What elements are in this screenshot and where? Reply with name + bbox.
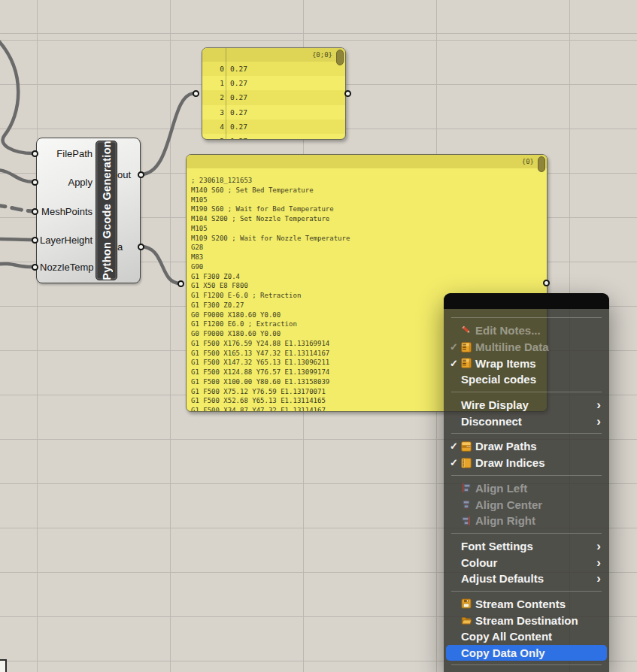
panel-data-row: 10.27 (202, 76, 345, 90)
checkmark-icon: ✓ (450, 341, 461, 353)
gcode-line: G28 (191, 243, 547, 253)
menu-item-label: Multiline Data (475, 341, 549, 353)
data-panel-small[interactable]: {0;0} 00.2710.2720.2730.2740.2750.27 (202, 47, 346, 140)
gcode-panel-scrollbar[interactable] (538, 156, 545, 172)
small-panel-index-divider (226, 48, 226, 139)
gcode-line: M105 (191, 224, 547, 234)
panel-data-row: 20.27 (202, 90, 345, 104)
row-index: 2 (202, 93, 227, 101)
menu-item-wrap-items[interactable]: ✓Wrap Items (444, 355, 609, 371)
gcode-line: M104 S200 ; Set Nozzle Temperature (191, 214, 547, 224)
input-connector-meshpoints[interactable] (32, 208, 38, 215)
align-center-icon (461, 499, 475, 510)
row-value: 0.27 (227, 108, 247, 117)
menu-item-label: Copy All Content (461, 630, 552, 643)
gcode-line: M140 S60 ; Set Bed Temperature (191, 186, 547, 195)
gcode-line: ; 230618_121653 (191, 176, 547, 186)
menu-item-copy-data-only[interactable]: Copy Data Only (446, 645, 607, 661)
menu-body: Edit Notes...✓Multiline Data✓Wrap ItemsS… (444, 317, 609, 665)
panel-data-row: 30.27 (202, 105, 345, 120)
input-label-layerheight: LayerHeight (40, 235, 93, 246)
menu-separator (451, 591, 602, 592)
small-panel-scrollbar[interactable] (336, 50, 344, 65)
menu-item-label: Align Center (475, 498, 542, 511)
output-connector-a[interactable] (138, 244, 144, 250)
gcode-line: M109 S200 ; Wait for Nozzle Temperature (191, 234, 547, 244)
small-panel-rows: 00.2710.2720.2730.2740.2750.27 (202, 62, 345, 139)
grasshopper-canvas[interactable]: FilePathApplyMeshPointsLayerHeightNozzle… (0, 0, 637, 672)
wrap-items-icon (461, 358, 475, 368)
small-panel-input-connector[interactable] (193, 90, 199, 97)
menu-item-align-right: Align Right (444, 513, 609, 529)
input-connector-layerheight[interactable] (32, 237, 38, 244)
menu-item-disconnect[interactable]: Disconnect› (444, 413, 609, 429)
output-connector-out[interactable] (138, 171, 144, 178)
small-panel-path-label: {0;0} (312, 51, 332, 59)
row-index: 5 (202, 137, 227, 140)
menu-item-font-settings[interactable]: Font Settings› (444, 538, 609, 555)
gcode-panel-output-connector[interactable] (543, 280, 550, 286)
menu-item-special-codes[interactable]: Special codes (444, 371, 609, 388)
wire-layerheight[interactable] (0, 239, 33, 240)
input-label-meshpoints: MeshPoints (40, 206, 93, 217)
small-panel-header: {0;0} (202, 48, 345, 62)
output-label-a: a (117, 241, 123, 253)
menu-item-label: Edit Notes... (475, 324, 541, 337)
gcode-line: G90 (191, 262, 547, 272)
menu-item-label: Draw Paths (475, 440, 537, 453)
component-title-bar[interactable]: Python Gcode Generation (96, 141, 117, 280)
input-label-nozzletemp: NozzleTemp (40, 262, 93, 273)
menu-separator (451, 433, 602, 434)
wire-apply[interactable] (0, 170, 33, 182)
gcode-panel-input-connector[interactable] (177, 280, 184, 287)
row-value: 0.27 (227, 137, 247, 140)
gcode-panel-header: {0} (187, 155, 547, 168)
row-value: 0.27 (227, 79, 247, 87)
row-value: 0.27 (227, 93, 247, 101)
input-connector-nozzletemp[interactable] (32, 264, 38, 271)
menu-item-label: Font Settings (461, 540, 533, 552)
menu-item-align-center: Align Center (444, 496, 609, 513)
menu-item-label: Align Right (475, 514, 535, 527)
wire-meshpoints[interactable] (0, 205, 33, 211)
menu-item-stream-contents[interactable]: Stream Contents (444, 596, 609, 613)
menu-item-copy-all-content[interactable]: Copy All Content (444, 628, 609, 645)
row-index: 3 (202, 108, 227, 117)
gcode-panel-path-label: {0} (522, 158, 534, 165)
input-label-apply: Apply (40, 177, 93, 188)
wire-a-to-large-panel[interactable] (141, 247, 180, 283)
menu-item-adjust-defaults[interactable]: Adjust Defaults› (444, 571, 609, 587)
row-index: 0 (202, 65, 227, 73)
partial-component-fragment (0, 659, 7, 672)
wire-filepath[interactable] (0, 39, 33, 153)
row-index: 4 (202, 123, 227, 131)
checkmark-icon: ✓ (450, 457, 461, 468)
menu-item-label: Adjust Defaults (461, 572, 544, 585)
small-panel-output-connector[interactable] (344, 90, 351, 97)
wire-nozzletemp[interactable] (0, 264, 33, 267)
menu-separator (451, 317, 602, 318)
submenu-arrow-icon: › (596, 572, 609, 585)
submenu-arrow-icon: › (596, 540, 609, 552)
menu-item-wire-display[interactable]: Wire Display› (444, 397, 609, 413)
row-value: 0.27 (227, 123, 247, 131)
menu-separator (451, 533, 602, 534)
menu-item-draw-indices[interactable]: ✓Draw Indices (444, 455, 609, 471)
gcode-line: M105 (191, 195, 547, 205)
panel-data-row: 40.27 (202, 120, 345, 134)
component-title: Python Gcode Generation (101, 141, 113, 280)
input-connector-apply[interactable] (32, 179, 38, 186)
input-connector-filepath[interactable] (32, 150, 38, 157)
menu-item-stream-destination[interactable]: Stream Destination (444, 612, 609, 628)
gcode-line: G1 F300 Z0.4 (191, 272, 547, 282)
menu-item-align-left: Align Left (444, 480, 609, 497)
menu-separator (451, 392, 602, 392)
menu-item-draw-paths[interactable]: ✓Draw Paths (444, 438, 609, 455)
panel-context-menu: Edit Notes...✓Multiline Data✓Wrap ItemsS… (444, 293, 609, 672)
align-right-icon (461, 516, 475, 526)
row-value: 0.27 (227, 65, 247, 73)
menu-item-colour[interactable]: Colour› (444, 554, 609, 571)
submenu-arrow-icon: › (596, 415, 609, 428)
panel-data-row: 00.27 (202, 62, 345, 76)
python-gcode-component[interactable]: FilePathApplyMeshPointsLayerHeightNozzle… (36, 138, 141, 283)
